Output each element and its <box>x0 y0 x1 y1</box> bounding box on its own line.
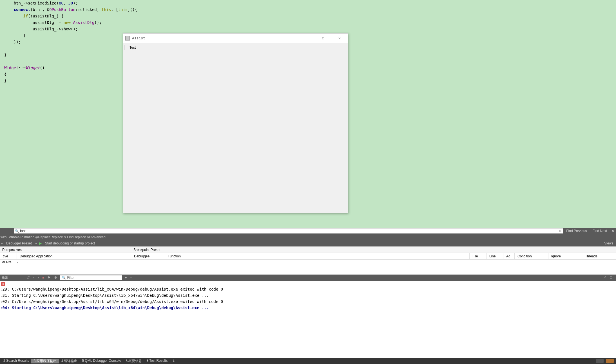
col-ignore[interactable]: Ignore <box>548 253 582 259</box>
search-icon: 🔍 <box>15 229 19 233</box>
perspectives-panel: Perspectives tive Debugged Application e… <box>0 247 131 275</box>
indicator-icon[interactable] <box>596 359 604 363</box>
bottom-tab[interactable]: 6 概要信息 <box>123 359 144 363</box>
debug-toolbar: ▾ Debugger Preset ▾ ▶ Start debugging of… <box>0 240 616 246</box>
output-console[interactable]: × :29: C:/Users/wanghuipeng/Desktop/Assi… <box>0 281 616 345</box>
remove-icon[interactable]: − <box>128 276 134 280</box>
find-next-button[interactable]: Find Next <box>590 229 610 233</box>
gear-icon[interactable]: ⚙ <box>52 276 59 280</box>
dropdown-icon[interactable]: ▾ <box>34 241 38 245</box>
window-controls: ─ ☐ ✕ <box>299 33 348 43</box>
find-input[interactable]: font <box>20 229 559 233</box>
col-threads[interactable]: Threads <box>582 253 616 259</box>
views-menu[interactable]: Views <box>601 241 616 245</box>
col-line[interactable]: Line <box>486 253 503 259</box>
play-icon[interactable]: ▶ <box>38 241 43 245</box>
test-button[interactable]: Test <box>124 45 141 50</box>
col-condition[interactable]: Condition <box>515 253 548 259</box>
bottom-tab[interactable]: 2 Search Results <box>1 359 31 363</box>
updown-icon[interactable]: ⇕ <box>170 359 177 363</box>
output-label: 输出 <box>2 275 8 280</box>
replace-all-button[interactable]: Replace All <box>74 235 91 239</box>
output-line: :04: Starting C:\Users\wanghuipeng\Deskt… <box>0 305 616 311</box>
replace-input[interactable]: enableAnimation <box>9 235 34 239</box>
assist-window[interactable]: Assist ─ ☐ ✕ Test <box>123 33 348 213</box>
assist-title: Assist <box>132 35 299 41</box>
bottom-tab[interactable]: 3 应用程序输出 <box>31 359 59 363</box>
col-debugged-app[interactable]: Debugged Application <box>17 253 131 259</box>
bottom-tab[interactable]: 4 编译输出 <box>59 359 80 363</box>
cell: er Pre... <box>2 260 17 264</box>
col-ad[interactable]: Ad <box>503 253 515 259</box>
col-debuggee[interactable]: Debuggee <box>131 253 165 259</box>
breakpoint-panel: Breakpoint Preset Debuggee Function File… <box>131 247 616 275</box>
col-file[interactable]: File <box>470 253 486 259</box>
find-input-wrapper: 🔍 font ⊗ <box>14 228 563 233</box>
filter-placeholder: Filter <box>67 276 75 280</box>
tool-icon[interactable]: ⚑ <box>46 276 52 280</box>
maximize-button[interactable]: ☐ <box>315 33 331 43</box>
replace-button[interactable]: Replace <box>38 235 50 239</box>
assist-body: Test <box>123 43 348 52</box>
add-icon[interactable]: + <box>123 276 128 280</box>
perspectives-columns: tive Debugged Application <box>0 253 131 260</box>
replace-input-wrapper: enableAnimation ⊗ <box>9 235 38 239</box>
prev-icon[interactable]: ‹ <box>32 276 36 280</box>
output-line: :02: C:/Users/wanghuipeng/Desktop/Assist… <box>0 298 616 305</box>
next-icon[interactable]: › <box>36 276 41 280</box>
stop-icon[interactable]: ■ <box>41 276 46 280</box>
replace-bar: with: enableAnimation ⊗ Replace Replace … <box>0 234 616 240</box>
output-line: :29: C:/Users/wanghuipeng/Desktop/Assist… <box>0 286 616 292</box>
error-indicator[interactable]: × <box>0 281 616 286</box>
clear-find-icon[interactable]: ⊗ <box>559 229 562 233</box>
close-findbar-icon[interactable]: ✕ <box>610 229 616 233</box>
col-tive[interactable]: tive <box>0 253 17 259</box>
find-bar: 🔍 font ⊗ Find Previous Find Next ✕ <box>0 228 616 234</box>
table-row[interactable]: er Pre... - <box>0 260 131 265</box>
close-output-icon[interactable]: ☐ <box>608 276 614 280</box>
code-editor[interactable]: btn_->setFixedSize(80, 30); connect(btn_… <box>0 0 616 228</box>
dropdown-icon[interactable]: ▾ <box>0 241 4 245</box>
search-icon: 🔍 <box>62 276 66 280</box>
indicator-icon[interactable] <box>606 359 614 363</box>
debug-panels: Perspectives tive Debugged Application e… <box>0 246 616 275</box>
find-previous-button[interactable]: Find Previous <box>563 229 590 233</box>
bottom-tab[interactable]: 5 QML Debugger Console <box>80 359 123 363</box>
breakpoint-columns: Debuggee Function File Line Ad Condition… <box>131 253 616 260</box>
advanced-button[interactable]: Advanced... <box>91 235 108 239</box>
bottom-tab[interactable]: 8 Test Results <box>144 359 170 363</box>
col-function[interactable]: Function <box>165 253 470 259</box>
output-line: :31: Starting C:\Users\wanghuipeng\Deskt… <box>0 292 616 298</box>
error-icon: × <box>1 282 5 286</box>
cell: - <box>17 260 18 264</box>
assist-titlebar[interactable]: Assist ─ ☐ ✕ <box>123 33 348 43</box>
close-button[interactable]: ✕ <box>331 33 348 43</box>
tool-icon[interactable]: ⇵ <box>25 276 32 280</box>
output-toolbar: 输出 ⇵ ‹ › ■ ⚑ ⚙ 🔍 Filter + − ^ ☐ <box>0 275 616 281</box>
start-debugging[interactable]: Start debugging of startup project <box>43 241 97 245</box>
breakpoint-header: Breakpoint Preset <box>131 247 616 253</box>
expand-icon[interactable]: ^ <box>603 276 608 280</box>
perspectives-header: Perspectives <box>0 247 131 253</box>
minimize-button[interactable]: ─ <box>299 33 315 43</box>
replace-and-find-button[interactable]: Replace & Find <box>50 235 73 239</box>
app-icon <box>125 36 130 41</box>
replace-with-label: with: <box>0 235 9 239</box>
filter-input[interactable]: 🔍 Filter <box>60 275 122 280</box>
debugger-preset[interactable]: Debugger Preset <box>4 241 34 245</box>
bottom-tabbar: 2 Search Results3 应用程序输出4 编译输出5 QML Debu… <box>0 358 616 364</box>
clear-replace-icon[interactable]: ⊗ <box>35 235 38 239</box>
